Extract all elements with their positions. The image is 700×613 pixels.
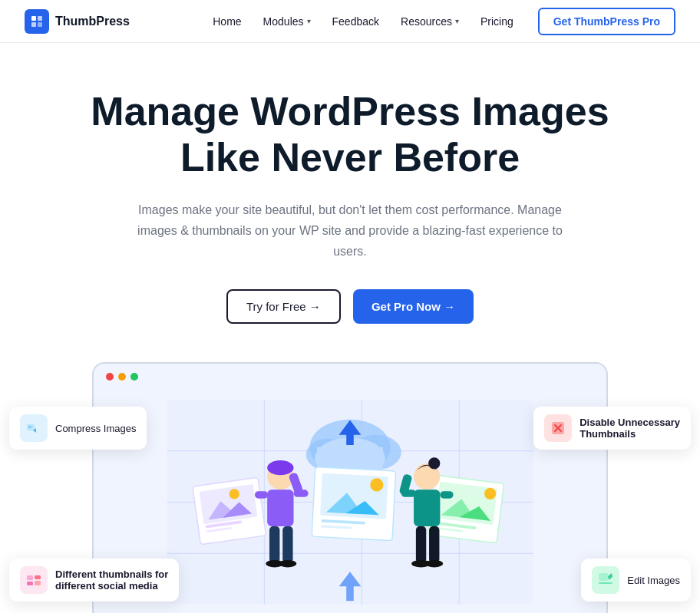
hero-headline: Manage WordPress Images Like Never Befor… bbox=[61, 89, 639, 181]
svg-rect-55 bbox=[269, 526, 279, 563]
svg-rect-27 bbox=[317, 447, 383, 470]
nav-item-feedback[interactable]: Feedback bbox=[332, 15, 379, 28]
get-thumbpress-pro-button[interactable]: Get ThumbPress Pro bbox=[538, 8, 675, 35]
get-pro-now-button[interactable]: Get Pro Now → bbox=[353, 289, 474, 324]
dot-green bbox=[130, 373, 138, 381]
svg-point-61 bbox=[428, 457, 440, 469]
svg-rect-52 bbox=[267, 489, 293, 526]
svg-rect-5 bbox=[28, 426, 31, 428]
logo-area: ThumbPress bbox=[25, 9, 130, 34]
illustration-wrapper: Compress Images Disable Unnecessary Thum… bbox=[0, 362, 700, 613]
dot-red bbox=[106, 373, 114, 381]
nav-item-modules[interactable]: Modules ▾ bbox=[263, 15, 311, 28]
svg-rect-10 bbox=[27, 575, 33, 580]
nav-item-resources[interactable]: Resources ▾ bbox=[401, 15, 459, 28]
svg-rect-11 bbox=[27, 582, 33, 585]
svg-rect-0 bbox=[31, 16, 36, 21]
logo-text: ThumbPress bbox=[55, 15, 130, 28]
compress-icon bbox=[20, 414, 48, 442]
modules-dropdown-arrow: ▾ bbox=[307, 17, 311, 25]
svg-rect-2 bbox=[31, 22, 36, 27]
svg-rect-15 bbox=[599, 582, 612, 584]
logo-icon bbox=[25, 9, 49, 34]
svg-rect-13 bbox=[35, 581, 41, 585]
svg-rect-62 bbox=[414, 489, 440, 526]
svg-rect-12 bbox=[35, 575, 41, 579]
svg-point-51 bbox=[267, 460, 293, 475]
disable-icon bbox=[544, 414, 572, 442]
svg-point-69 bbox=[425, 560, 443, 568]
svg-rect-56 bbox=[282, 526, 292, 563]
svg-rect-1 bbox=[38, 16, 42, 21]
navbar: ThumbPress Home Modules ▾ Feedback Resou… bbox=[0, 0, 700, 43]
nav-item-pricing[interactable]: Pricing bbox=[480, 15, 513, 28]
disable-thumbnails-card: Disable Unnecessary Thumbnails bbox=[533, 407, 691, 450]
nav-links: Home Modules ▾ Feedback Resources ▾ Pric… bbox=[213, 15, 513, 28]
nav-item-home[interactable]: Home bbox=[213, 15, 241, 28]
hero-description: Images make your site beautiful, but don… bbox=[127, 199, 573, 262]
svg-rect-53 bbox=[255, 491, 268, 499]
thumbnails-card: Different thumbnails for different socia… bbox=[9, 559, 179, 601]
svg-rect-67 bbox=[429, 526, 439, 563]
hero-buttons: Try for Free → Get Pro Now → bbox=[61, 289, 639, 324]
edit-images-card: Edit Images bbox=[581, 559, 691, 601]
hero-section: Manage WordPress Images Like Never Befor… bbox=[0, 43, 700, 324]
edit-icon bbox=[592, 566, 619, 594]
resources-dropdown-arrow: ▾ bbox=[455, 17, 459, 25]
svg-rect-14 bbox=[599, 573, 608, 581]
svg-rect-64 bbox=[440, 491, 453, 499]
svg-point-58 bbox=[279, 560, 296, 568]
compress-images-card: Compress Images bbox=[9, 407, 147, 450]
svg-rect-3 bbox=[38, 22, 42, 27]
try-free-button[interactable]: Try for Free → bbox=[226, 289, 341, 324]
svg-rect-66 bbox=[416, 526, 426, 563]
browser-dots bbox=[94, 364, 606, 387]
dot-yellow bbox=[118, 373, 126, 381]
thumbnails-icon bbox=[20, 566, 48, 594]
